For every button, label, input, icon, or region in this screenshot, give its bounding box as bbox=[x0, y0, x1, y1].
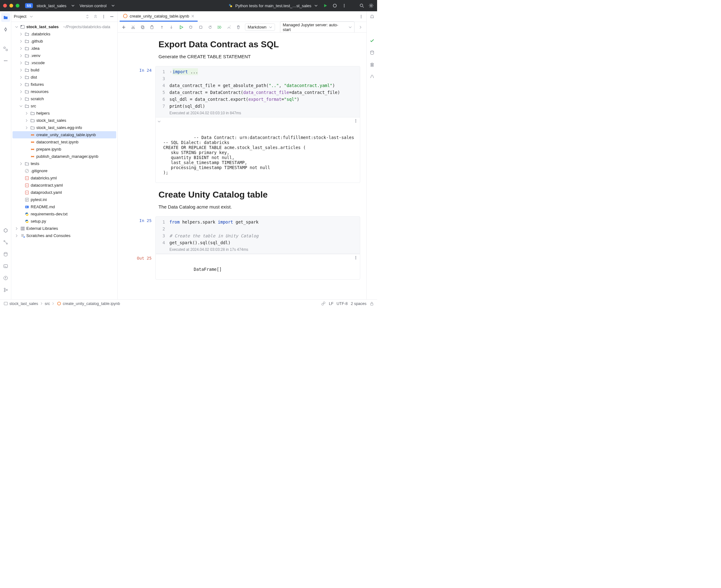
project-panel-title[interactable]: Project bbox=[14, 14, 26, 19]
chevron-down-icon[interactable] bbox=[70, 3, 76, 8]
chevron-right-icon[interactable] bbox=[19, 82, 23, 87]
delete-cell-icon[interactable] bbox=[235, 24, 242, 31]
tree-item[interactable]: stock_last_sales bbox=[11, 117, 118, 124]
chevron-right-icon[interactable] bbox=[24, 111, 29, 115]
copy-icon[interactable] bbox=[139, 24, 146, 31]
tree-item[interactable]: requirements-dev.txt bbox=[11, 210, 118, 217]
database-tool-button[interactable] bbox=[1, 250, 10, 259]
tree-item[interactable]: build bbox=[11, 66, 118, 74]
status-indent[interactable]: 2 spaces bbox=[351, 301, 367, 306]
more-icon[interactable] bbox=[354, 255, 358, 260]
tree-item[interactable]: datacontract_test.ipynb bbox=[11, 139, 118, 146]
tree-item[interactable]: fixtures bbox=[11, 81, 118, 88]
interrupt-icon[interactable] bbox=[197, 24, 204, 31]
add-cell-icon[interactable] bbox=[120, 24, 127, 31]
restart-icon[interactable] bbox=[207, 24, 213, 31]
tree-item[interactable]: .databricks bbox=[11, 30, 118, 38]
more-icon[interactable] bbox=[342, 3, 347, 8]
notifications-icon[interactable] bbox=[368, 13, 376, 21]
project-name[interactable]: stock_last_sales bbox=[37, 3, 66, 8]
chevron-right-icon[interactable] bbox=[19, 32, 23, 36]
chevron-right-icon[interactable] bbox=[15, 234, 19, 238]
chevron-right-icon[interactable] bbox=[19, 46, 23, 51]
markdown-cell[interactable]: Export Data Contract as SQL Generate the… bbox=[124, 36, 360, 62]
kernel-selector[interactable]: Managed Jupyter server: auto-start bbox=[280, 21, 354, 33]
tree-item[interactable]: setup.py bbox=[11, 217, 118, 225]
commit-tool-button[interactable] bbox=[1, 25, 10, 34]
tree-item[interactable]: src bbox=[11, 102, 118, 110]
cell-type-dropdown[interactable]: Markdown bbox=[245, 23, 275, 31]
editor-tab-active[interactable]: create_unity_catalog_table.ipynb bbox=[120, 11, 198, 22]
minimize-window-icon[interactable] bbox=[9, 4, 13, 7]
tree-item[interactable]: Ydataproduct.yaml bbox=[11, 189, 118, 196]
chevron-right-icon[interactable] bbox=[15, 226, 19, 231]
move-up-icon[interactable] bbox=[159, 24, 165, 31]
chevron-right-icon[interactable] bbox=[24, 118, 29, 123]
tree-item[interactable]: tests bbox=[11, 160, 118, 167]
terminal-tool-button[interactable] bbox=[1, 262, 10, 271]
tree-item[interactable]: create_unity_catalog_table.ipynb bbox=[13, 131, 116, 139]
services-tool-button[interactable] bbox=[1, 238, 10, 247]
breadcrumb-item[interactable]: src bbox=[45, 301, 50, 306]
breadcrumb-item[interactable]: create_unity_catalog_table.ipynb bbox=[56, 301, 120, 306]
database-icon[interactable] bbox=[368, 49, 376, 56]
tree-item[interactable]: scratch bbox=[11, 95, 118, 102]
paste-icon[interactable] bbox=[148, 24, 156, 31]
status-eol[interactable]: LF bbox=[329, 301, 334, 306]
cut-icon[interactable] bbox=[130, 24, 137, 31]
status-encoding[interactable]: UTF-8 bbox=[337, 301, 348, 306]
move-down-icon[interactable] bbox=[168, 24, 175, 31]
run-all-icon[interactable] bbox=[216, 24, 223, 31]
clear-outputs-icon[interactable] bbox=[226, 24, 232, 31]
chevron-down-icon[interactable] bbox=[19, 104, 23, 108]
project-tool-button[interactable] bbox=[1, 13, 10, 22]
tree-item[interactable]: .venv bbox=[11, 52, 118, 59]
code-editor[interactable]: 1from helpers.spark import get_spark 2 3… bbox=[156, 216, 360, 254]
debug-cell-icon[interactable] bbox=[187, 24, 194, 31]
more-icon[interactable] bbox=[358, 13, 365, 20]
select-opened-file-icon[interactable] bbox=[84, 14, 90, 20]
tree-external-libs[interactable]: External Libraries bbox=[11, 225, 118, 232]
run-config-selector[interactable]: Python tests for main_test.test_…st_sale… bbox=[228, 3, 319, 8]
maximize-window-icon[interactable] bbox=[16, 4, 19, 7]
python-packages-button[interactable] bbox=[1, 226, 10, 235]
chevron-right-icon[interactable] bbox=[19, 39, 23, 43]
chevron-right-icon[interactable] bbox=[19, 61, 23, 65]
version-control-menu[interactable]: Version control bbox=[80, 3, 106, 8]
chevron-right-icon[interactable] bbox=[24, 126, 29, 130]
jupyter-variables-icon[interactable] bbox=[368, 72, 376, 80]
tree-item[interactable]: stock_last_sales.egg-info bbox=[11, 124, 118, 131]
structure-tool-button[interactable] bbox=[1, 44, 10, 53]
more-tool-button[interactable] bbox=[1, 56, 10, 65]
chevron-down-icon[interactable] bbox=[28, 14, 35, 20]
tree-item[interactable]: .vscode bbox=[11, 59, 118, 66]
fold-output-icon[interactable] bbox=[158, 120, 161, 123]
chevron-right-icon[interactable] bbox=[19, 75, 23, 80]
code-cell[interactable]: In 25 1from helpers.spark import get_spa… bbox=[124, 216, 360, 279]
run-cell-icon[interactable] bbox=[178, 24, 185, 31]
chevron-right-icon[interactable] bbox=[19, 162, 23, 166]
chevron-down-icon[interactable] bbox=[15, 25, 19, 29]
more-icon[interactable] bbox=[354, 119, 358, 123]
tree-item[interactable]: publish_datamesh_manager.ipynb bbox=[11, 153, 118, 160]
tree-item[interactable]: Ydatacontract.yaml bbox=[11, 182, 118, 189]
cell-output[interactable]: DataFrame[] bbox=[156, 254, 360, 279]
tree-item[interactable]: pytest.ini bbox=[11, 196, 118, 203]
check-icon[interactable] bbox=[368, 37, 376, 44]
tree-item[interactable]: dist bbox=[11, 74, 118, 81]
git-tool-button[interactable] bbox=[1, 286, 10, 294]
tree-scratches[interactable]: Scratches and Consoles bbox=[11, 232, 118, 239]
project-tree[interactable]: stock_last_sales ~/Projects/databricks-d… bbox=[11, 22, 118, 299]
hide-panel-icon[interactable] bbox=[109, 14, 115, 20]
tree-item[interactable]: .github bbox=[11, 38, 118, 45]
search-icon[interactable] bbox=[359, 3, 365, 8]
tree-item[interactable]: .gitignore bbox=[11, 167, 118, 174]
tree-item[interactable]: helpers bbox=[11, 110, 118, 117]
run-icon[interactable] bbox=[323, 3, 328, 8]
chevron-right-icon[interactable] bbox=[357, 24, 364, 31]
collapse-all-icon[interactable] bbox=[92, 14, 99, 20]
databricks-icon[interactable] bbox=[368, 61, 376, 68]
debug-icon[interactable] bbox=[332, 3, 338, 8]
chevron-right-icon[interactable] bbox=[19, 89, 23, 94]
cell-output[interactable]: -- Data Contract: urn:datacontract:fulfi… bbox=[156, 118, 360, 183]
